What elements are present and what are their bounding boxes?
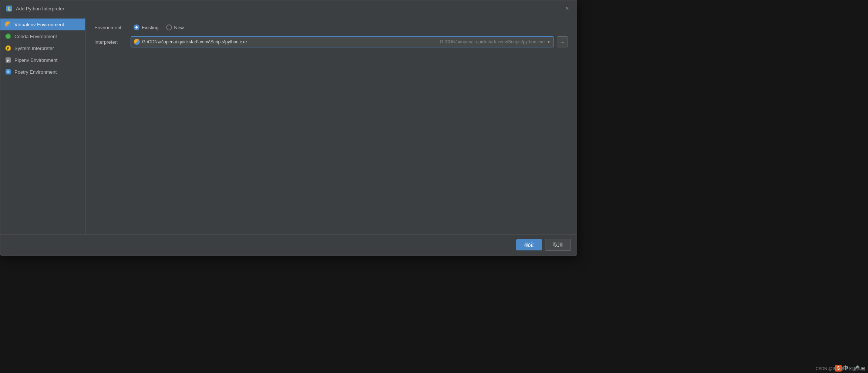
poetry-icon: [5, 69, 11, 75]
radio-group: Existing New: [134, 24, 184, 30]
ok-button[interactable]: 确定: [516, 239, 542, 250]
interpreter-path-bold: G:\CDN\ai\openai-quickstart\.venv\Script…: [142, 39, 440, 44]
environment-row: Environment: Existing New: [94, 24, 568, 30]
radio-new-label: New: [174, 25, 184, 30]
sidebar-item-poetry[interactable]: Poetry Environment: [0, 66, 85, 78]
dialog-body: Virtualenv Environment Conda Environment…: [0, 17, 577, 234]
svg-text:P: P: [7, 47, 9, 50]
interpreter-python-icon: [134, 39, 140, 45]
radio-existing-label: Existing: [142, 25, 159, 30]
dialog-title-icon: 🐍: [6, 5, 13, 12]
svg-text:p: p: [7, 59, 9, 62]
sidebar-item-conda[interactable]: Conda Environment: [0, 30, 85, 42]
conda-icon: [5, 33, 11, 40]
cancel-button[interactable]: 取消: [545, 239, 571, 251]
radio-existing[interactable]: Existing: [134, 24, 159, 30]
sidebar: Virtualenv Environment Conda Environment…: [0, 17, 85, 234]
pipenv-icon: p: [5, 57, 11, 63]
virtualenv-icon: [5, 21, 11, 28]
interpreter-path-gray: G:/CDN/ai/openai-quickstart/.venv/Script…: [440, 39, 545, 44]
radio-existing-circle: [134, 24, 139, 30]
system-icon: P: [5, 45, 11, 51]
main-content: Environment: Existing New Inte: [85, 17, 577, 234]
interpreter-label: Interpreter:: [94, 39, 128, 45]
svg-text:🐍: 🐍: [7, 6, 12, 11]
sidebar-item-system[interactable]: P System Interpreter: [0, 42, 85, 54]
radio-new-circle: [166, 24, 172, 30]
dropdown-arrow-icon: ▼: [547, 40, 551, 44]
footer-note: CSDN @等风来不如迎风去: [816, 366, 865, 372]
dialog-titlebar: 🐍 Add Python Interpreter ×: [0, 0, 577, 17]
sidebar-item-pipenv[interactable]: p Pipenv Environment: [0, 54, 85, 66]
sidebar-item-virtualenv[interactable]: Virtualenv Environment: [0, 19, 85, 30]
dialog-title-text: Add Python Interpreter: [16, 6, 563, 11]
interpreter-row: Interpreter: G:\CDN\ai\openai-quickstart…: [94, 36, 568, 47]
environment-label: Environment:: [94, 25, 128, 30]
interpreter-dropdown[interactable]: G:\CDN\ai\openai-quickstart\.venv\Script…: [131, 36, 554, 47]
dialog-footer: 确定 取消: [0, 234, 577, 255]
browse-button[interactable]: ···: [557, 36, 568, 47]
radio-new[interactable]: New: [166, 24, 184, 30]
add-python-interpreter-dialog: 🐍 Add Python Interpreter × Virtualenv En…: [0, 0, 577, 256]
close-button[interactable]: ×: [563, 4, 572, 13]
